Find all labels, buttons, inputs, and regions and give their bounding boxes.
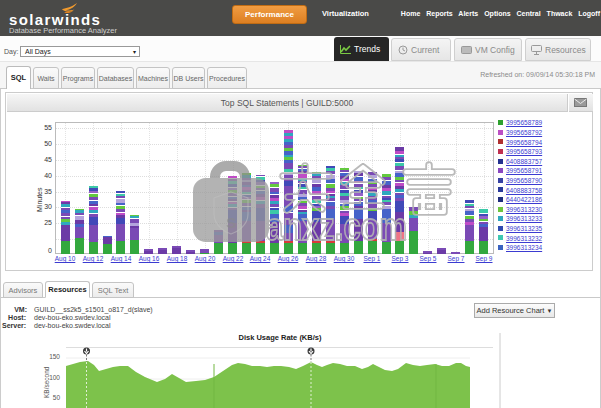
svg-text:S: S bbox=[226, 214, 236, 231]
svg-text:anxz.com: anxz.com bbox=[266, 206, 407, 248]
